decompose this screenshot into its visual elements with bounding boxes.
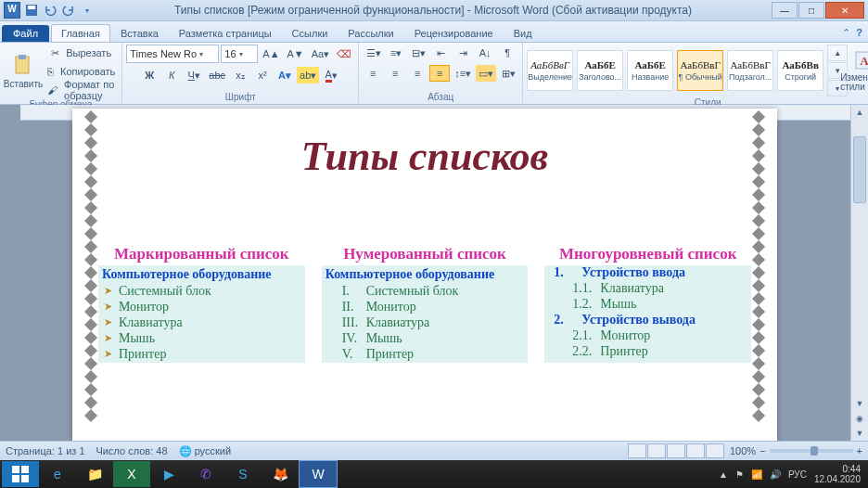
next-page-icon[interactable]: ▼ (851, 426, 868, 441)
tray-volume-icon[interactable]: 🔊 (770, 469, 781, 480)
text-effects-button[interactable]: A▾ (274, 67, 295, 83)
align-center-button[interactable]: ≡ (385, 65, 405, 82)
zoom-slider[interactable] (770, 449, 853, 453)
font-size-combo[interactable]: 16▾ (221, 45, 258, 63)
svg-rect-8 (12, 475, 19, 482)
vertical-scrollbar[interactable]: ▲ ▼ ◉ ▼ (850, 105, 868, 441)
inc-indent-button[interactable]: ⇥ (453, 45, 473, 61)
qat-save-icon[interactable] (24, 3, 39, 18)
style-title[interactable]: АаБбЕНазвание (627, 50, 673, 91)
qat-dropdown-icon[interactable]: ▾ (80, 3, 95, 18)
ie-icon[interactable]: e (39, 461, 76, 487)
style-heading[interactable]: АаБбЕЗаголово... (577, 50, 623, 91)
viber-icon[interactable]: ✆ (187, 461, 224, 487)
numbering-button[interactable]: ≡▾ (386, 45, 406, 61)
excel-icon[interactable]: X (113, 461, 150, 487)
tab-layout[interactable]: Разметка страницы (169, 24, 282, 42)
doc-title: Типы списков (98, 133, 751, 180)
sort-button[interactable]: A↓ (475, 45, 495, 61)
close-button[interactable]: ✕ (825, 2, 864, 19)
style-normal[interactable]: АаБбВвГ¶ Обычный (677, 50, 723, 91)
tray-up-icon[interactable]: ▲ (719, 469, 728, 480)
change-case-button[interactable]: Aa▾ (309, 45, 332, 62)
tab-review[interactable]: Рецензирование (404, 24, 504, 42)
tray-lang[interactable]: РУС (788, 469, 807, 480)
style-emphasis[interactable]: АаБбВвГВыделение (527, 50, 573, 91)
align-right-button[interactable]: ≡ (407, 65, 428, 82)
cut-button[interactable]: ✂ Вырезать (45, 45, 118, 61)
tab-references[interactable]: Ссылки (282, 24, 338, 42)
borders-button[interactable]: ⊞▾ (498, 65, 518, 82)
italic-button[interactable]: К (161, 67, 182, 83)
zoom-in-button[interactable]: + (857, 445, 862, 456)
app-icon: W (4, 2, 20, 19)
prev-page-icon[interactable]: ◉ (851, 411, 868, 426)
tab-view[interactable]: Вид (504, 24, 542, 42)
format-painter-button[interactable]: 🖌 Формат по образцу (45, 82, 118, 98)
status-words[interactable]: Число слов: 48 (96, 445, 168, 456)
qat-redo-icon[interactable] (61, 3, 76, 18)
window-title: Типы списков [Режим ограниченной функцио… (95, 4, 772, 17)
list-item: 2.2.Принтер (544, 344, 751, 360)
font-color-button[interactable]: A▾ (321, 67, 341, 83)
qat-undo-icon[interactable] (43, 3, 57, 18)
maximize-button[interactable]: □ (798, 2, 824, 19)
col-numbered: Нумерованный список Компьютерное оборудо… (322, 245, 529, 363)
highlight-button[interactable]: ab▾ (297, 67, 319, 83)
scroll-down-icon[interactable]: ▼ (851, 396, 868, 411)
shrink-font-button[interactable]: A▼ (285, 45, 307, 62)
tray-network-icon[interactable]: 📶 (751, 469, 762, 480)
ribbon: Вставить ✂ Вырезать ⎘ Копировать 🖌 Форма… (0, 43, 868, 105)
shading-button[interactable]: ▭▾ (476, 65, 496, 82)
superscript-button[interactable]: x² (252, 67, 273, 83)
tab-mailings[interactable]: Рассылки (338, 24, 403, 42)
bold-button[interactable]: Ж (139, 67, 160, 83)
explorer-icon[interactable]: 📁 (76, 461, 113, 487)
word-task-icon[interactable]: W (299, 460, 338, 488)
ribbon-minimize-icon[interactable]: ⌃ (842, 27, 850, 39)
style-strong[interactable]: АаБбВвСтрогий (777, 50, 823, 91)
status-lang[interactable]: 🌐 русский (179, 445, 232, 457)
lang-icon: 🌐 (179, 445, 192, 456)
page[interactable]: Типы списков Маркированный список Компью… (72, 109, 777, 441)
subscript-button[interactable]: x₂ (230, 67, 250, 83)
tab-insert[interactable]: Вставка (110, 24, 169, 42)
view-buttons[interactable] (628, 443, 724, 458)
col1-header: Маркированный список (98, 245, 305, 265)
tab-home[interactable]: Главная (51, 24, 110, 42)
underline-button[interactable]: Ч▾ (184, 67, 204, 83)
tray-clock[interactable]: 0:44 12.04.2020 (814, 464, 861, 484)
zoom-out-button[interactable]: − (760, 445, 765, 456)
list-item: 1.2.Мышь (544, 297, 751, 313)
strike-button[interactable]: abc (206, 67, 228, 83)
video-icon[interactable]: ▶ (150, 461, 187, 487)
copy-button[interactable]: ⎘ Копировать (45, 63, 118, 80)
file-tab[interactable]: Файл (2, 25, 49, 42)
bullets-button[interactable]: ☰▾ (364, 45, 384, 61)
align-left-button[interactable]: ≡ (363, 65, 383, 82)
style-subtitle[interactable]: АаБбВвГПодзагол... (727, 50, 773, 91)
show-marks-button[interactable]: ¶ (497, 45, 517, 61)
tray-flag-icon[interactable]: ⚑ (735, 469, 744, 480)
minimize-button[interactable]: — (772, 2, 798, 19)
scroll-thumb[interactable] (853, 136, 866, 203)
zoom-level[interactable]: 100% (730, 445, 756, 456)
change-styles-button[interactable]: A Изменить стили (840, 47, 868, 94)
multilevel-button[interactable]: ⊟▾ (408, 45, 428, 61)
firefox-icon[interactable]: 🦊 (262, 461, 299, 487)
list-item: 1.1.Клавиатура (544, 281, 751, 297)
scissors-icon: ✂ (51, 47, 59, 59)
status-page[interactable]: Страница: 1 из 1 (6, 445, 85, 456)
clear-fmt-button[interactable]: ⌫ (334, 45, 354, 62)
justify-button[interactable]: ≡ (429, 65, 450, 82)
group-font-label: Шрифт (126, 91, 354, 102)
dec-indent-button[interactable]: ⇤ (430, 45, 451, 61)
start-button[interactable] (2, 461, 39, 487)
scroll-up-icon[interactable]: ▲ (851, 105, 868, 120)
help-icon[interactable]: ? (856, 27, 862, 39)
grow-font-button[interactable]: A▲ (260, 45, 282, 62)
skype-icon[interactable]: S (224, 461, 262, 487)
line-spacing-button[interactable]: ↕≡▾ (452, 65, 474, 82)
paste-button[interactable]: Вставить (4, 48, 43, 95)
font-name-combo[interactable]: Times New Ro▾ (126, 45, 219, 63)
